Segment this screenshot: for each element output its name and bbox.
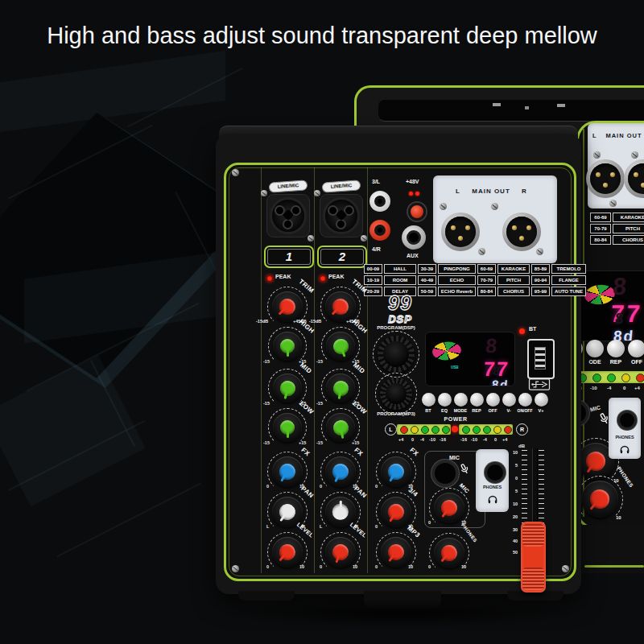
- rca-bottom-label: 4/R: [372, 246, 381, 252]
- scale-max: 10: [299, 564, 304, 569]
- meter-led-green: [421, 426, 429, 434]
- fader-scale: 5: [506, 463, 518, 468]
- program-mp3-knob[interactable]: [380, 378, 412, 410]
- fx-name: TREMOLO: [551, 264, 586, 274]
- meter-scale: -10: [429, 437, 436, 442]
- meter-led-green: [473, 426, 481, 434]
- strip-divider: [261, 167, 262, 573]
- usb-port[interactable]: [527, 339, 555, 379]
- program-dsp-knob[interactable]: [378, 336, 415, 373]
- meter-scale: +4: [502, 437, 507, 442]
- meter-scale: -16: [460, 437, 467, 442]
- power-label: POWER: [431, 416, 480, 422]
- screw-icon: [361, 235, 367, 242]
- meter-led-yellow: [493, 426, 502, 434]
- rca-top-label: 3/L: [372, 179, 380, 184]
- scale-min: 0: [375, 484, 378, 489]
- button-label: V+: [531, 408, 551, 413]
- scale-max: 10: [408, 564, 413, 569]
- headphones-icon: [487, 493, 498, 507]
- bt-button[interactable]: [422, 393, 436, 407]
- ch2-fx-knob[interactable]: [325, 456, 356, 487]
- meter-scale: 0: [411, 437, 414, 442]
- phones-level-knob[interactable]: [434, 538, 464, 568]
- usb-icon: [528, 378, 551, 394]
- combo-jack-ch2: [320, 194, 363, 237]
- eq-min: -15: [316, 401, 323, 406]
- meter-scale: -10: [471, 437, 477, 442]
- scale-min: 0: [266, 564, 269, 569]
- meter-scale: +4: [398, 437, 403, 442]
- aux-34-level-knob[interactable]: [381, 497, 411, 527]
- phones-jack: [485, 462, 506, 483]
- phones-label: PHONES: [476, 485, 509, 489]
- meter-led-red: [400, 426, 408, 434]
- fx-code: 50-59: [418, 287, 436, 296]
- meter-led-red: [504, 426, 512, 434]
- xlr-output-right: [502, 213, 541, 251]
- fx-name: KARAOKE: [497, 264, 530, 274]
- main-out-r: R: [522, 188, 526, 195]
- meter-scale: 0: [494, 437, 497, 442]
- screw-icon: [314, 190, 320, 196]
- meter-scale: -16: [440, 437, 446, 442]
- mp3-level-knob[interactable]: [381, 537, 411, 568]
- combo-jack-ch1: [266, 194, 310, 237]
- scale-max: 10: [353, 564, 357, 569]
- eq-button[interactable]: [438, 393, 452, 407]
- phantom-led: [409, 192, 413, 196]
- floor-shadow: [211, 599, 589, 628]
- usb-tag: USB: [451, 365, 459, 369]
- ch1-mid-knob[interactable]: [273, 374, 302, 402]
- meter-led-green: [483, 426, 491, 434]
- onoff-button[interactable]: [518, 393, 532, 407]
- ch1-level-knob[interactable]: [272, 537, 303, 568]
- fx-name: ROOM: [384, 275, 416, 285]
- mic-level-knob[interactable]: [434, 493, 464, 523]
- ch2-trim-knob[interactable]: [325, 291, 356, 322]
- peak-label: PEAK: [275, 274, 291, 279]
- fx-code: 00-09: [364, 264, 382, 274]
- off-button[interactable]: [486, 393, 500, 407]
- fader-scale: 10: [506, 450, 518, 455]
- main-mixer: LINE/MIC 1 PEAK LINE/MIC 2 PEAK 3/L 4/R …: [0, 0, 644, 644]
- bluetooth-led: [519, 328, 525, 334]
- scale-min: 0: [320, 564, 322, 569]
- master-fx-knob[interactable]: [381, 456, 411, 487]
- ch1-low-knob[interactable]: [273, 413, 302, 442]
- meter-scale: -4: [420, 437, 424, 442]
- fx-name: ECHO Reverb: [438, 287, 476, 296]
- program-dsp-label: PROGRAM(DSP): [368, 325, 424, 330]
- vol-down-button[interactable]: [502, 393, 516, 407]
- master-fader-handle[interactable]: [521, 522, 546, 592]
- phantom-led: [415, 192, 419, 196]
- scale-min: 0: [320, 484, 322, 489]
- main-out-l: L: [456, 188, 460, 195]
- eq-min: -15: [316, 359, 323, 364]
- screw-icon: [562, 565, 569, 572]
- ch1-high-knob[interactable]: [273, 332, 302, 361]
- fx-code: 60-69: [477, 264, 496, 274]
- ch2-low-knob[interactable]: [326, 413, 355, 442]
- ch2-mid-knob[interactable]: [326, 374, 355, 402]
- fader-scale: 30: [506, 527, 518, 532]
- peak-led: [320, 275, 326, 282]
- screw-icon: [440, 203, 447, 210]
- vol-up-button[interactable]: [535, 393, 548, 407]
- brand-name: DSP: [380, 313, 420, 325]
- meter-l-badge: L: [385, 423, 397, 436]
- fx-name: PINGPONG: [438, 264, 476, 274]
- ch2-high-knob[interactable]: [326, 332, 355, 361]
- ch1-fx-knob[interactable]: [272, 456, 303, 487]
- mode-button[interactable]: [454, 393, 468, 407]
- mic-jack: [431, 460, 459, 487]
- fx-name: ECHO: [438, 275, 476, 285]
- fx-code: 40-49: [418, 275, 436, 285]
- ch1-trim-knob[interactable]: [272, 291, 303, 322]
- screw-icon: [232, 565, 239, 572]
- rep-button[interactable]: [470, 393, 484, 407]
- phantom-power-button[interactable]: [408, 203, 426, 221]
- screw-icon: [261, 190, 267, 196]
- mic-label: MIC: [449, 455, 460, 460]
- ch2-level-knob[interactable]: [325, 537, 356, 568]
